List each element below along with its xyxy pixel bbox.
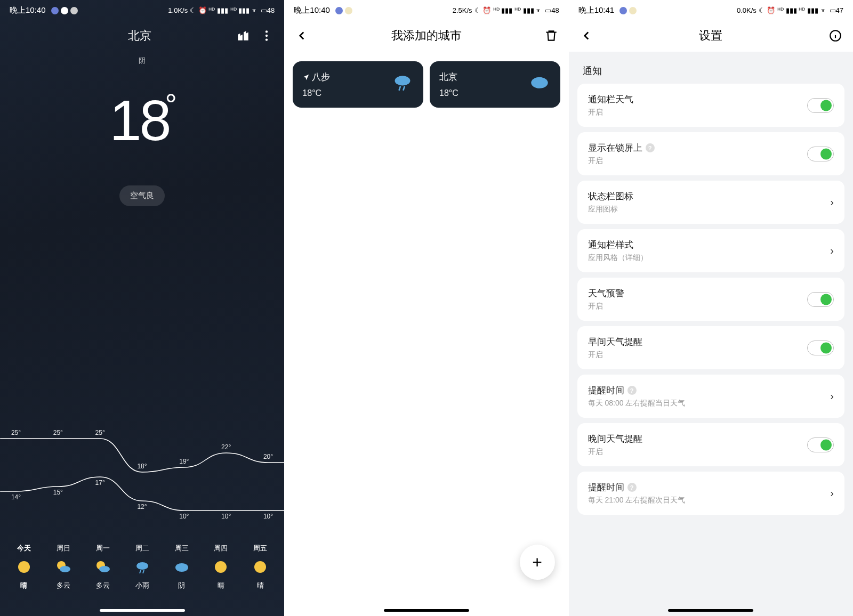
forecast-row[interactable]: 今天晴周日多云周一多云周二小雨周三阴周四晴周五晴 (0, 544, 284, 590)
svg-point-0 (265, 30, 268, 33)
day-label: 今天 (17, 544, 31, 553)
cities-screen: 晚上10:40 2.5K/s☾ ⏰ ᴴᴰ ▮▮▮ ᴴᴰ ▮▮▮ ᯤ▭48 我添加… (284, 0, 568, 616)
setting-subtitle: 应用风格（详细） (588, 253, 648, 263)
low-temp-label: 15° (53, 489, 63, 496)
svg-point-1 (265, 35, 268, 37)
forecast-day[interactable]: 周四晴 (212, 544, 229, 590)
high-temp-label: 20° (263, 453, 273, 460)
day-label: 周五 (253, 544, 267, 553)
chevron-right-icon: › (830, 487, 834, 499)
toggle-switch[interactable] (807, 147, 834, 161)
chevron-right-icon: › (830, 245, 834, 257)
setting-row[interactable]: 天气预警开启 (577, 278, 844, 321)
setting-row[interactable]: 显示在锁屏上?开启 (577, 132, 844, 175)
delete-icon[interactable] (544, 29, 558, 43)
forecast-day[interactable]: 周日多云 (55, 544, 72, 590)
battery-icon: ▭48 (261, 6, 275, 14)
temperature-chart: 25°25°25°18°19°22°20°14°15°17°12°10°10°1… (0, 419, 284, 525)
info-icon[interactable] (828, 29, 842, 43)
setting-row[interactable]: 状态栏图标应用图标› (577, 181, 844, 224)
page-title: 设置 (593, 28, 828, 44)
setting-row[interactable]: 晚间天气提醒开启 (577, 423, 844, 466)
svg-point-2 (265, 38, 268, 40)
back-icon[interactable] (295, 29, 309, 43)
toggle-switch[interactable] (807, 98, 834, 113)
day-label: 周三 (175, 544, 189, 553)
status-bar: 晚上10:40 1.0K/s☾ ⏰ ᴴᴰ ▮▮▮ ᴴᴰ ▮▮▮ ᯤ▭48 (0, 0, 284, 20)
home-indicator[interactable] (384, 609, 469, 612)
city-card[interactable]: 北京18°C (430, 61, 560, 108)
weather-icon (252, 558, 269, 576)
weather-icon (134, 558, 151, 576)
weather-icon (173, 558, 190, 576)
setting-subtitle: 每天 21:00 左右提醒次日天气 (588, 496, 686, 505)
forecast-day[interactable]: 周二小雨 (134, 544, 151, 590)
chevron-right-icon: › (830, 390, 834, 402)
weather-main-screen: 晚上10:40 1.0K/s☾ ⏰ ᴴᴰ ▮▮▮ ᴴᴰ ▮▮▮ ᯤ▭48 北京 … (0, 0, 284, 616)
condition-label: 多云 (96, 581, 110, 590)
high-temp-label: 18° (137, 463, 147, 470)
low-temp-label: 10° (179, 513, 189, 520)
setting-row[interactable]: 提醒时间?每天 08:00 左右提醒当日天气› (577, 375, 844, 418)
low-temp-label: 14° (11, 493, 21, 501)
setting-subtitle: 开启 (588, 350, 642, 360)
air-quality-badge[interactable]: 空气良 (119, 185, 165, 206)
city-name: 北京 (439, 71, 458, 83)
setting-row[interactable]: 通知栏样式应用风格（详细）› (577, 229, 844, 272)
svg-line-15 (399, 86, 400, 91)
setting-subtitle: 每天 08:00 左右提醒当日天气 (588, 399, 686, 408)
status-bar: 晚上10:41 0.0K/s☾ ⏰ ᴴᴰ ▮▮▮ ᴴᴰ ▮▮▮ ᯤ▭47 (569, 0, 853, 20)
day-label: 周日 (57, 544, 70, 553)
page-title: 我添加的城市 (309, 28, 544, 44)
forecast-day[interactable]: 周三阴 (173, 544, 190, 590)
low-temp-label: 17° (95, 479, 105, 487)
condition-label: 晴 (20, 581, 27, 590)
toggle-switch[interactable] (807, 292, 834, 307)
weather-icon (55, 558, 72, 576)
condition-label: 晴 (257, 581, 264, 590)
weather-navbar: 北京 (0, 20, 284, 52)
weather-icon (94, 558, 111, 576)
setting-row[interactable]: 提醒时间?每天 21:00 左右提醒次日天气› (577, 472, 844, 515)
help-icon[interactable]: ? (627, 483, 637, 492)
high-temp-label: 19° (179, 458, 189, 465)
back-icon[interactable] (580, 29, 593, 43)
city-card[interactable]: 八步18°C (293, 61, 423, 108)
svg-point-8 (136, 562, 148, 570)
chevron-right-icon: › (830, 196, 834, 208)
setting-title: 天气预警 (588, 287, 624, 299)
high-temp-label: 25° (95, 429, 105, 436)
setting-row[interactable]: 通知栏天气开启 (577, 84, 844, 127)
toggle-switch[interactable] (807, 341, 834, 355)
setting-row[interactable]: 早间天气提醒开启 (577, 326, 844, 369)
svg-line-10 (143, 570, 144, 573)
svg-point-3 (18, 561, 30, 573)
toggle-switch[interactable] (807, 437, 834, 452)
svg-line-16 (403, 86, 405, 91)
city-temp: 18°C (302, 88, 330, 98)
svg-point-14 (395, 76, 411, 85)
city-temp: 18°C (439, 88, 458, 98)
buildings-icon[interactable] (236, 29, 250, 43)
high-temp-label: 25° (11, 429, 21, 436)
forecast-day[interactable]: 周五晴 (252, 544, 269, 590)
help-icon[interactable]: ? (627, 386, 637, 395)
low-temp-label: 10° (221, 513, 231, 520)
home-indicator[interactable] (668, 609, 753, 612)
help-icon[interactable]: ? (646, 143, 655, 152)
setting-title: 晚间天气提醒 (588, 433, 642, 445)
setting-subtitle: 开启 (588, 156, 655, 166)
home-indicator[interactable] (100, 609, 185, 612)
setting-subtitle: 开启 (588, 108, 633, 117)
forecast-day[interactable]: 今天晴 (15, 544, 33, 590)
forecast-day[interactable]: 周一多云 (94, 544, 111, 590)
add-city-button[interactable]: + (520, 545, 555, 580)
setting-subtitle: 应用图标 (588, 205, 633, 214)
svg-point-17 (531, 77, 548, 88)
condition-label: 阴 (0, 56, 284, 66)
svg-line-9 (140, 570, 141, 573)
high-temp-label: 22° (221, 443, 231, 451)
svg-point-13 (254, 561, 266, 573)
city-name[interactable]: 北京 (43, 28, 236, 44)
more-icon[interactable] (260, 29, 273, 43)
